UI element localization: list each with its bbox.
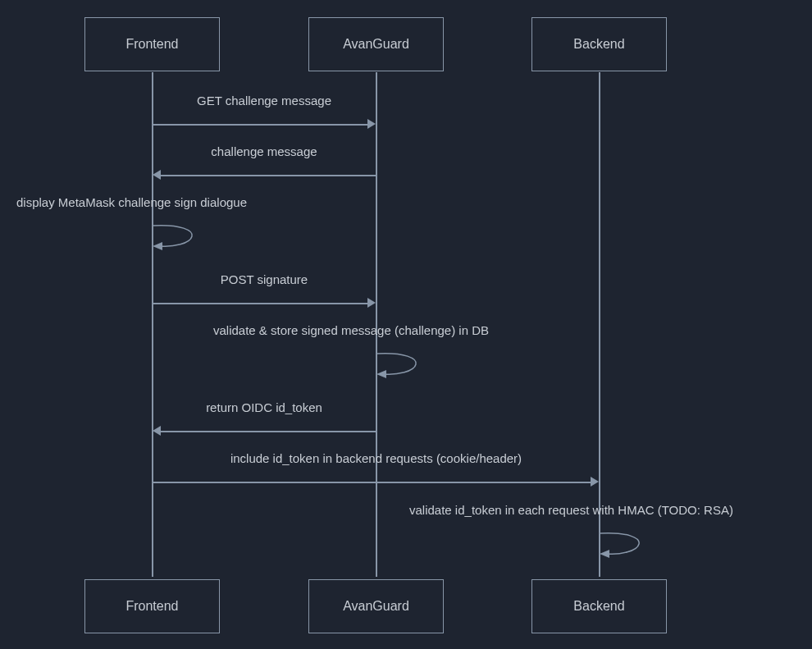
- arrow-head-right-icon: [367, 298, 376, 308]
- arrow-head-left-icon: [153, 426, 161, 436]
- participant-backend-bottom: Backend: [531, 579, 667, 633]
- self-loop-icon: [153, 224, 194, 245]
- svg-marker-0: [153, 242, 162, 250]
- arrow-head-left-icon: [153, 170, 161, 180]
- message-label: validate & store signed message (challen…: [213, 323, 489, 337]
- message-label: validate id_token in each request with H…: [409, 503, 733, 517]
- arrow-line: [153, 482, 591, 483]
- participant-label: Backend: [573, 37, 624, 52]
- arrow-head-right-icon: [591, 477, 599, 487]
- svg-marker-1: [376, 370, 386, 378]
- arrow-line: [153, 303, 367, 304]
- arrow-line: [161, 431, 376, 432]
- self-loop-icon: [600, 532, 641, 552]
- participant-frontend-bottom: Frontend: [84, 579, 220, 633]
- message-label: challenge message: [153, 144, 376, 158]
- message-label: display MetaMask challenge sign dialogue: [16, 195, 247, 209]
- participant-avanguard-bottom: AvanGuard: [308, 579, 444, 633]
- participant-frontend-top: Frontend: [84, 17, 220, 71]
- participant-label: Frontend: [125, 37, 178, 52]
- participant-label: AvanGuard: [343, 599, 409, 614]
- lifeline-backend: [599, 72, 600, 577]
- arrow-line: [161, 175, 376, 176]
- participant-label: AvanGuard: [343, 37, 409, 52]
- message-label: GET challenge message: [153, 94, 376, 107]
- participant-backend-top: Backend: [531, 17, 667, 71]
- message-label: include id_token in backend requests (co…: [153, 451, 600, 465]
- participant-avanguard-top: AvanGuard: [308, 17, 444, 71]
- message-label: POST signature: [153, 272, 376, 286]
- svg-marker-2: [600, 550, 609, 558]
- participant-label: Backend: [573, 599, 624, 614]
- arrow-line: [153, 124, 367, 126]
- participant-label: Frontend: [125, 599, 178, 614]
- message-label: return OIDC id_token: [153, 400, 376, 414]
- self-loop-icon: [376, 352, 417, 372]
- arrow-head-right-icon: [367, 119, 376, 129]
